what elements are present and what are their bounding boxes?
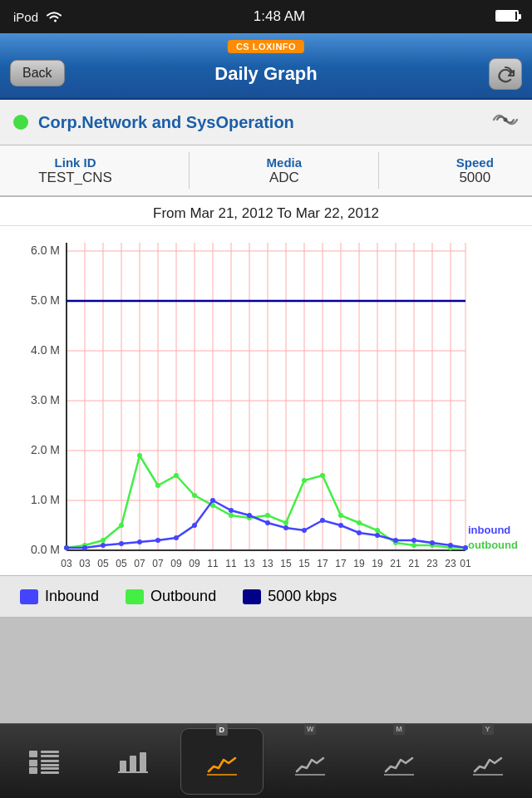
outbound-label: Outbound — [150, 588, 216, 605]
svg-point-72 — [192, 523, 197, 528]
tab-yearly[interactable]: Y — [446, 728, 530, 795]
svg-point-67 — [101, 543, 106, 548]
svg-text:15: 15 — [298, 558, 310, 569]
svg-text:inbound: inbound — [468, 524, 510, 536]
svg-text:6.0 M: 6.0 M — [31, 244, 60, 257]
svg-point-84 — [411, 538, 416, 543]
svg-text:07: 07 — [134, 558, 145, 569]
svg-text:0.0 M: 0.0 M — [31, 543, 60, 556]
monthly-chart-icon — [384, 751, 414, 776]
network-name: Corp.Network and SysOperation — [38, 113, 482, 132]
svg-point-0 — [504, 118, 508, 122]
svg-text:3.0 M: 3.0 M — [31, 393, 60, 406]
daily-chart-icon — [207, 751, 237, 776]
svg-text:09: 09 — [189, 558, 200, 569]
svg-point-69 — [137, 539, 142, 544]
speed-label: Speed — [456, 155, 494, 170]
svg-point-82 — [375, 533, 380, 538]
wave-icon — [492, 108, 519, 136]
svg-point-51 — [229, 513, 234, 518]
svg-point-68 — [119, 541, 124, 546]
inbound-color — [20, 589, 38, 604]
svg-rect-123 — [130, 756, 136, 772]
svg-point-81 — [357, 530, 362, 535]
svg-text:5.0 M: 5.0 M — [31, 293, 60, 307]
logo: CS LOXINFO — [228, 40, 304, 53]
svg-point-49 — [192, 493, 197, 498]
divider2 — [378, 152, 379, 189]
svg-rect-113 — [29, 751, 37, 757]
svg-point-46 — [137, 453, 142, 458]
svg-point-71 — [174, 535, 179, 540]
svg-point-73 — [210, 498, 215, 503]
svg-point-80 — [338, 523, 343, 528]
outbound-color — [126, 589, 144, 604]
tab-list[interactable] — [2, 728, 86, 795]
svg-text:23: 23 — [445, 558, 456, 569]
weekly-chart-icon — [295, 751, 325, 776]
back-button[interactable]: Back — [10, 60, 65, 86]
svg-rect-115 — [41, 755, 59, 757]
svg-point-58 — [357, 520, 362, 525]
svg-text:21: 21 — [390, 558, 401, 569]
svg-text:09: 09 — [170, 558, 182, 569]
svg-rect-121 — [41, 771, 59, 774]
bar-chart-icon — [118, 749, 148, 774]
tab-weekly[interactable]: W — [268, 728, 352, 795]
svg-point-79 — [320, 518, 325, 523]
svg-rect-114 — [41, 751, 59, 753]
link-id-value: TEST_CNS — [38, 170, 112, 186]
svg-point-78 — [302, 528, 307, 533]
tab-daily[interactable]: D — [180, 728, 264, 795]
chart-svg: 6.0 M 5.0 M 4.0 M 3.0 M 2.0 M 1.0 M 0.0 … — [0, 226, 532, 575]
speed-color — [243, 589, 261, 604]
svg-rect-116 — [29, 760, 37, 766]
chart-legend: Inbound Outbound 5000 kbps — [0, 575, 532, 618]
speed-col: Speed 5000 — [456, 155, 494, 186]
media-label: Media — [267, 155, 303, 170]
tab-bar-chart[interactable] — [91, 728, 175, 795]
svg-point-45 — [119, 523, 124, 528]
svg-point-75 — [247, 513, 252, 518]
svg-point-83 — [393, 538, 398, 543]
svg-text:23: 23 — [426, 558, 438, 569]
svg-text:2.0 M: 2.0 M — [31, 443, 60, 456]
svg-text:15: 15 — [280, 558, 292, 569]
svg-text:4.0 M: 4.0 M — [31, 343, 60, 357]
svg-point-61 — [411, 543, 416, 548]
link-info: Link ID TEST_CNS Media ADC Speed 5000 — [0, 145, 532, 197]
svg-rect-117 — [41, 760, 59, 762]
refresh-icon — [495, 64, 515, 84]
svg-text:outbound: outbound — [468, 539, 518, 551]
svg-point-65 — [64, 545, 69, 550]
svg-point-44 — [101, 538, 106, 543]
svg-point-74 — [229, 508, 234, 513]
legend-outbound: Outbound — [126, 588, 216, 605]
legend-speed: 5000 kbps — [243, 588, 337, 605]
bottom-tabs: D W M Y — [0, 723, 532, 798]
status-dot — [13, 115, 28, 130]
svg-text:01: 01 — [460, 558, 471, 569]
network-bar: Corp.Network and SysOperation — [0, 100, 532, 145]
svg-text:03: 03 — [79, 558, 91, 569]
svg-rect-118 — [41, 764, 59, 766]
battery-indicator — [495, 10, 519, 24]
app-header: CS LOXINFO Back Daily Graph — [0, 33, 532, 100]
svg-text:05: 05 — [97, 558, 109, 569]
svg-point-86 — [448, 543, 453, 548]
date-range: From Mar 21, 2012 To Mar 22, 2012 — [0, 197, 532, 226]
refresh-button[interactable] — [489, 58, 522, 90]
svg-text:13: 13 — [244, 558, 255, 569]
svg-rect-119 — [29, 767, 37, 774]
svg-text:17: 17 — [335, 558, 347, 569]
tab-monthly[interactable]: M — [357, 728, 441, 795]
speed-label: 5000 kbps — [268, 588, 337, 605]
svg-rect-124 — [140, 752, 146, 772]
svg-text:21: 21 — [408, 558, 420, 569]
svg-point-55 — [302, 478, 307, 483]
svg-point-54 — [283, 520, 288, 525]
svg-point-59 — [375, 528, 380, 533]
speed-value: 5000 — [456, 170, 494, 186]
svg-point-66 — [82, 545, 87, 550]
svg-text:03: 03 — [61, 558, 72, 569]
